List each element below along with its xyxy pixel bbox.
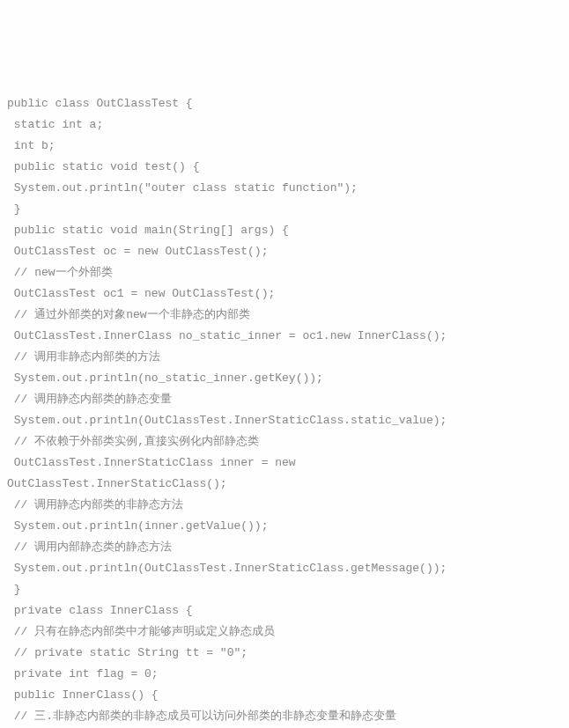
code-line: public static void main(String[] args) { [0, 220, 569, 241]
code-line: // 只有在静态内部类中才能够声明或定义静态成员 [0, 621, 569, 643]
code-line: System.out.println(OutClassTest.InnerSta… [0, 410, 569, 431]
code-line: public static void test() { [0, 157, 569, 178]
code-line: // 调用非静态内部类的方法 [0, 347, 569, 368]
code-line: } [0, 579, 569, 600]
code-line: public InnerClass() { [0, 685, 569, 706]
code-line: // 调用静态内部类的静态变量 [0, 389, 569, 410]
code-line: OutClassTest oc = new OutClassTest(); [0, 241, 569, 262]
code-line: } [0, 199, 569, 220]
code-line: static int a; [0, 114, 569, 136]
code-line: // 调用静态内部类的非静态方法 [0, 495, 569, 516]
code-line: System.out.println(inner.getValue()); [0, 516, 569, 537]
code-line: // new一个外部类 [0, 262, 569, 283]
code-line: // 不依赖于外部类实例,直接实例化内部静态类 [0, 431, 569, 452]
code-line: OutClassTest.InnerStaticClass(); [0, 474, 569, 495]
code-line: OutClassTest.InnerClass no_static_inner … [0, 326, 569, 347]
code-line: private int flag = 0; [0, 664, 569, 685]
code-line: // 通过外部类的对象new一个非静态的内部类 [0, 305, 569, 326]
code-line: System.out.println(OutClassTest.InnerSta… [0, 558, 569, 579]
code-line: OutClassTest.InnerStaticClass inner = ne… [0, 452, 569, 474]
code-line: // 三.非静态内部类的非静态成员可以访问外部类的非静态变量和静态变量 [0, 706, 569, 727]
code-line: // 调用内部静态类的静态方法 [0, 537, 569, 558]
code-line: System.out.println("outer class static f… [0, 178, 569, 199]
code-line: // private static String tt = "0"; [0, 643, 569, 664]
code-line: private class InnerClass { [0, 600, 569, 621]
code-line: public class OutClassTest { [0, 93, 569, 114]
code-line: OutClassTest oc1 = new OutClassTest(); [0, 283, 569, 305]
code-line: System.out.println(no_static_inner.getKe… [0, 368, 569, 389]
code-block: public class OutClassTest { static int a… [0, 93, 569, 728]
code-line: int b; [0, 136, 569, 157]
